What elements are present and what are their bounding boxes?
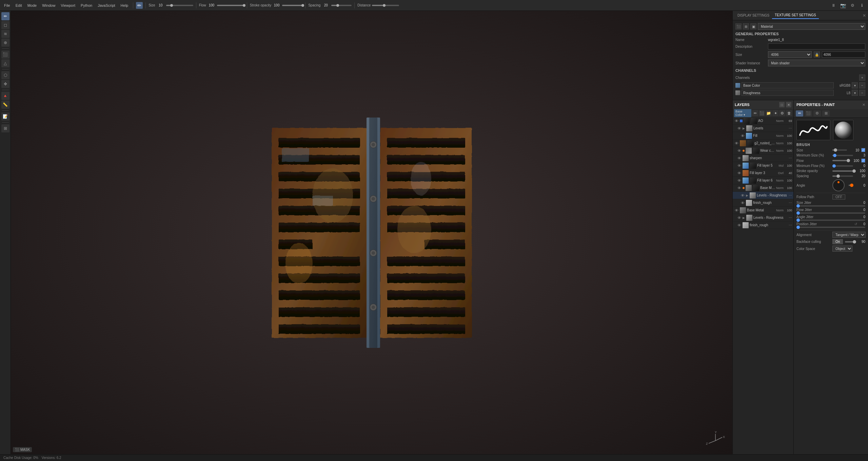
- size-input-w[interactable]: [822, 51, 866, 58]
- layer-item[interactable]: 👁 ▶ Levels - Roughness ⋯: [733, 214, 793, 222]
- layer-item[interactable]: 👁 sharpen ⋯: [733, 154, 793, 162]
- visibility-icon[interactable]: 👁: [737, 215, 742, 220]
- layer-options-btn[interactable]: ⋯: [789, 193, 792, 197]
- geometry-tool[interactable]: △: [1, 59, 9, 67]
- layers-close-btn[interactable]: ✕: [786, 102, 791, 107]
- stroke-opacity-slider[interactable]: [282, 5, 302, 6]
- menu-edit[interactable]: Edit: [14, 3, 24, 8]
- base-color-remove-btn[interactable]: −: [859, 82, 865, 88]
- material-view-btn[interactable]: ⬛: [735, 23, 742, 29]
- visibility-icon[interactable]: 👁: [737, 178, 742, 183]
- layer-item[interactable]: 👁 AO Norm 69: [733, 117, 793, 125]
- add-folder-btn[interactable]: 📁: [766, 110, 772, 116]
- layer-item[interactable]: 👁 ▶ Levels ⋯: [733, 125, 793, 132]
- backface-on-btn[interactable]: On: [832, 239, 843, 244]
- add-channel-btn[interactable]: +: [859, 75, 865, 81]
- size-select[interactable]: 4096 2048 1024: [768, 51, 812, 58]
- visibility-icon[interactable]: 👁: [737, 156, 742, 161]
- menu-javascript[interactable]: JavaScript: [96, 3, 117, 8]
- layer-settings-btn[interactable]: ⚙: [779, 110, 785, 116]
- layer-item[interactable]: 👁 finish_rough ⋯: [733, 222, 793, 229]
- props-tab-material[interactable]: ⬛: [805, 110, 812, 117]
- distance-slider[interactable]: [372, 5, 399, 6]
- camera-icon[interactable]: 📷: [839, 1, 847, 9]
- visibility-icon[interactable]: 👁: [737, 171, 742, 175]
- eraser-tool[interactable]: ◻: [1, 21, 9, 29]
- angle-control[interactable]: [832, 179, 845, 191]
- size-slider-track[interactable]: [832, 149, 847, 151]
- visibility-icon[interactable]: 👁: [737, 126, 742, 131]
- flow-pressure-check[interactable]: ✓: [861, 159, 865, 163]
- layer-item[interactable]: 👁 Fill layer 3 Ovrl 40: [733, 169, 793, 177]
- layer-item[interactable]: 👁 ▶ Levels - Roughness ⋯: [733, 192, 793, 199]
- min-flow-slider-track[interactable]: [832, 165, 853, 167]
- add-fill-layer-btn[interactable]: ⬛: [759, 110, 765, 116]
- base-color-options-btn[interactable]: ▾: [852, 82, 858, 88]
- layer-blend-tool[interactable]: ⊞: [1, 124, 9, 132]
- layer-item[interactable]: 👁 Base Metal Norm 100: [733, 207, 793, 214]
- layer-item[interactable]: 👁 Fill Norm 100: [733, 132, 793, 140]
- layer-options-btn[interactable]: ⋯: [789, 216, 792, 219]
- paint-brush-tool[interactable]: ✏: [1, 12, 9, 20]
- transform-tool[interactable]: ✥: [1, 80, 9, 88]
- tab-close-button[interactable]: ✕: [863, 13, 866, 18]
- clone-tool[interactable]: ⊕: [1, 39, 9, 47]
- tab-display-settings[interactable]: DISPLAY SETTINGS: [735, 12, 772, 19]
- menu-help[interactable]: Help: [119, 3, 131, 8]
- paint-mode-icon[interactable]: ✏: [136, 2, 143, 9]
- lock-icon[interactable]: 🔒: [814, 51, 820, 58]
- layer-options-btn[interactable]: ⋯: [789, 201, 792, 205]
- props-tab-layout[interactable]: ⊞: [822, 110, 830, 117]
- menu-viewport[interactable]: Viewport: [59, 3, 77, 8]
- props-close-btn[interactable]: ✕: [862, 103, 865, 107]
- angle-jitter-slider-track[interactable]: [796, 219, 865, 221]
- layer-item[interactable]: 👁 Fill layer 5 Mul 100: [733, 162, 793, 169]
- visibility-icon[interactable]: 👁: [740, 133, 745, 138]
- description-input[interactable]: [768, 43, 865, 49]
- material-select[interactable]: Material: [758, 23, 865, 30]
- pause-icon[interactable]: ⏸: [829, 1, 837, 9]
- tab-texture-settings[interactable]: TEXTURE SET SETTINGS: [772, 12, 819, 19]
- layer-item[interactable]: 👁 finish_rough ⋯: [733, 199, 793, 207]
- add-paint-layer-btn[interactable]: ✏: [752, 110, 758, 116]
- spacing-slider[interactable]: [331, 5, 352, 6]
- shader-select[interactable]: Main shader: [768, 60, 865, 66]
- visibility-icon[interactable]: 👁: [737, 148, 742, 153]
- visibility-icon[interactable]: 👁: [734, 119, 739, 123]
- roughness-remove-btn[interactable]: −: [859, 90, 865, 96]
- roughness-options-btn[interactable]: ▾: [852, 90, 858, 96]
- roughness-field[interactable]: [742, 90, 834, 96]
- size-pressure-check[interactable]: ✓: [861, 148, 865, 152]
- visibility-icon[interactable]: 👁: [737, 186, 742, 190]
- fill-tool[interactable]: ⬛: [1, 50, 9, 59]
- settings-icon[interactable]: ⚙: [848, 1, 856, 9]
- delete-layer-btn[interactable]: 🗑: [786, 110, 792, 116]
- color-space-select[interactable]: Object: [832, 246, 852, 252]
- smudge-tool[interactable]: ≋: [1, 30, 9, 38]
- menu-window[interactable]: Window: [40, 3, 57, 8]
- base-color-field[interactable]: [742, 82, 834, 88]
- info-icon[interactable]: ℹ: [858, 1, 866, 9]
- size-jitter-slider-track[interactable]: [796, 205, 865, 207]
- layer-options-btn[interactable]: ⋯: [789, 156, 792, 160]
- position-jitter-refresh-icon[interactable]: ↺: [854, 222, 857, 226]
- layers-collapse-btn[interactable]: □: [779, 102, 785, 107]
- visibility-icon[interactable]: 👁: [740, 193, 745, 198]
- size-slider[interactable]: [166, 5, 193, 6]
- measure-tool[interactable]: 📏: [1, 101, 9, 109]
- uv-view-btn[interactable]: ⊞: [743, 23, 749, 29]
- layer-item[interactable]: 👁 g2_rusted_base_02 Norm 100: [733, 140, 793, 147]
- flow-slider[interactable]: [217, 5, 244, 6]
- flow-jitter-slider-track[interactable]: [796, 212, 865, 214]
- menu-mode[interactable]: Mode: [25, 3, 39, 8]
- menu-python[interactable]: Python: [79, 3, 94, 8]
- channel-select-dropdown[interactable]: Base Color ▾: [734, 109, 751, 117]
- layer-item[interactable]: 👁 Fill layer 6 Norm 100: [733, 177, 793, 184]
- layer-item[interactable]: 👁 Wear copy 2 Norm 100: [733, 147, 793, 154]
- texture-view-btn[interactable]: ▣: [750, 23, 756, 29]
- layer-item[interactable]: 👁 Base Metal copy 1 Norm 100: [733, 184, 793, 192]
- spacing-slider-track[interactable]: [832, 175, 853, 177]
- add-effect-btn[interactable]: ✦: [772, 110, 778, 116]
- visibility-icon[interactable]: 👁: [740, 201, 745, 205]
- alignment-select[interactable]: Tangent / Warp: [832, 232, 866, 238]
